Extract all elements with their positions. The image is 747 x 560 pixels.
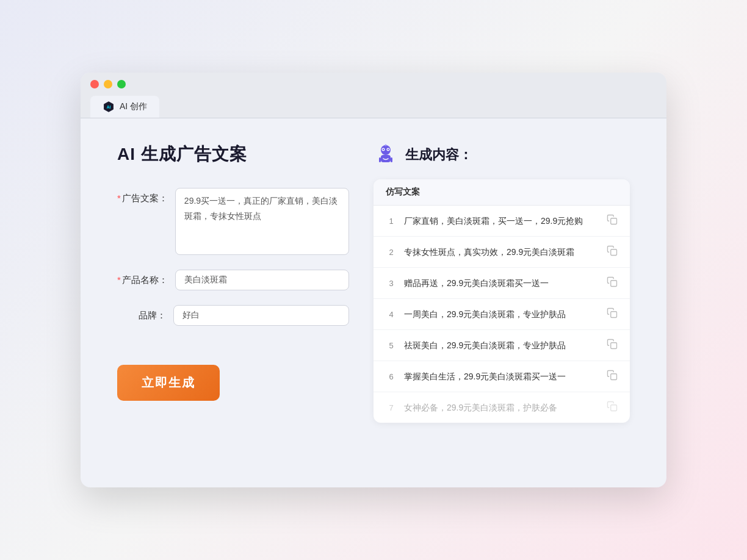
ai-icon: AI [103,101,115,113]
tab-label: AI 创作 [120,101,147,112]
required-star-1: * [117,193,121,203]
copy-icon[interactable] [607,245,618,259]
copy-icon[interactable] [607,307,618,321]
table-row: 3赠品再送，29.9元美白淡斑霜买一送一 [374,268,630,299]
result-text: 女神必备，29.9元美白淡斑霜，护肤必备 [404,401,599,414]
tabs-bar: AI AI 创作 [90,96,657,118]
svg-rect-16 [611,343,617,349]
result-number: 7 [386,403,397,412]
ad-copy-input[interactable]: 29.9买一送一，真正的厂家直销，美白淡斑霜，专抹女性斑点 [175,188,349,255]
copy-icon[interactable] [607,401,618,414]
result-number: 3 [386,279,397,288]
ad-copy-label: *广告文案： [117,188,168,204]
ad-copy-group: *广告文案： 29.9买一送一，真正的厂家直销，美白淡斑霜，专抹女性斑点 [117,188,349,255]
svg-rect-14 [611,281,617,287]
results-list: 1厂家直销，美白淡斑霜，买一送一，29.9元抢购2专抹女性斑点，真实功效，29.… [374,206,630,423]
result-text: 专抹女性斑点，真实功效，29.9元美白淡斑霜 [404,246,599,259]
required-star-2: * [117,275,121,285]
svg-rect-10 [379,157,381,162]
browser-chrome: AI AI 创作 [81,73,666,118]
svg-rect-15 [611,312,617,318]
product-name-group: *产品名称： [117,270,349,290]
table-row: 5祛斑美白，29.9元美白淡斑霜，专业护肤品 [374,330,630,361]
svg-point-9 [385,145,387,146]
result-number: 2 [386,248,397,257]
svg-rect-3 [381,155,391,162]
result-number: 6 [386,372,397,381]
result-text: 厂家直销，美白淡斑霜，买一送一，29.9元抢购 [404,215,599,228]
right-panel: 生成内容： 仿写文案 1厂家直销，美白淡斑霜，买一送一，29.9元抢购2专抹女性… [374,143,630,423]
table-row: 7女神必备，29.9元美白淡斑霜，护肤必备 [374,392,630,423]
svg-rect-11 [391,157,392,162]
svg-rect-13 [611,249,617,256]
result-text: 赠品再送，29.9元美白淡斑霜买一送一 [404,277,599,290]
left-panel: AI 生成广告文案 *广告文案： 29.9买一送一，真正的厂家直销，美白淡斑霜，… [117,143,349,423]
copy-icon[interactable] [607,214,618,228]
result-number: 1 [386,217,397,226]
product-name-label: *产品名称： [117,270,168,286]
result-number: 4 [386,310,397,319]
svg-rect-18 [611,405,617,411]
svg-rect-17 [611,374,617,380]
result-text: 掌握美白生活，29.9元美白淡斑霜买一送一 [404,370,599,383]
robot-icon [374,143,398,167]
results-title: 生成内容： [405,146,472,164]
table-row: 6掌握美白生活，29.9元美白淡斑霜买一送一 [374,361,630,392]
results-table-header: 仿写文案 [374,179,630,206]
svg-rect-12 [611,218,617,224]
result-number: 5 [386,341,397,350]
generate-button[interactable]: 立即生成 [117,365,220,401]
table-row: 1厂家直销，美白淡斑霜，买一送一，29.9元抢购 [374,206,630,237]
table-row: 2专抹女性斑点，真实功效，29.9元美白淡斑霜 [374,237,630,268]
copy-icon[interactable] [607,370,618,383]
minimize-button[interactable] [104,80,112,88]
result-text: 一周美白，29.9元美白淡斑霜，专业护肤品 [404,308,599,321]
svg-point-6 [383,149,384,150]
table-row: 4一周美白，29.9元美白淡斑霜，专业护肤品 [374,299,630,330]
copy-icon[interactable] [607,276,618,290]
product-name-input[interactable] [175,270,349,290]
copy-icon[interactable] [607,339,618,352]
browser-content: AI 生成广告文案 *广告文案： 29.9买一送一，真正的厂家直销，美白淡斑霜，… [81,118,666,447]
result-text: 祛斑美白，29.9元美白淡斑霜，专业护肤品 [404,339,599,352]
results-table: 仿写文案 1厂家直销，美白淡斑霜，买一送一，29.9元抢购2专抹女性斑点，真实功… [374,179,630,423]
brand-label: 品牌： [117,305,166,321]
close-button[interactable] [90,80,99,88]
tab-ai-create[interactable]: AI AI 创作 [90,96,159,118]
svg-text:AI: AI [107,105,111,109]
brand-input[interactable] [173,305,349,326]
maximize-button[interactable] [117,80,126,88]
browser-window: AI AI 创作 AI 生成广告文案 *广告文案： 29.9买一送一，真正的厂家… [81,73,666,487]
svg-point-7 [388,149,389,150]
traffic-lights [90,80,657,88]
results-header: 生成内容： [374,143,630,167]
brand-group: 品牌： [117,305,349,326]
page-title: AI 生成广告文案 [117,143,349,166]
